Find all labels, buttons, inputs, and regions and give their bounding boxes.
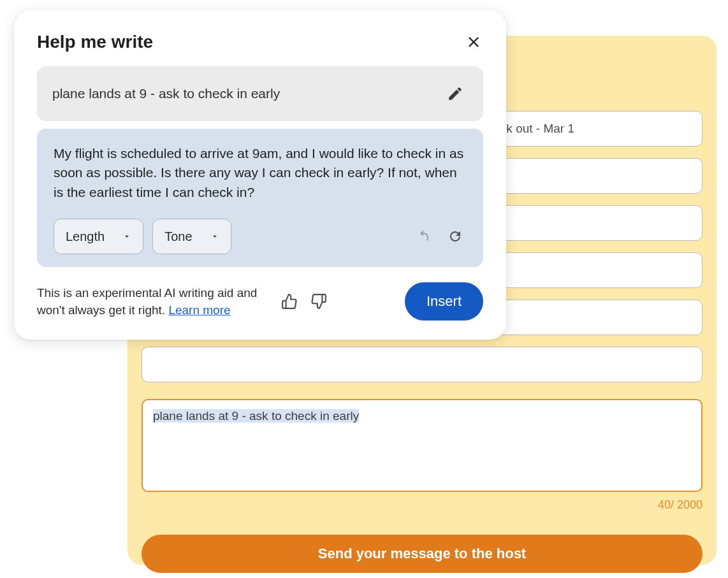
length-dropdown[interactable]: Length [54,219,143,254]
learn-more-link[interactable]: Learn more [168,303,230,317]
undo-icon [412,225,435,248]
prompt-row: plane lands at 9 - ask to check in early [37,66,483,121]
char-count: 40/ 2000 [142,498,703,512]
tone-dropdown[interactable]: Tone [152,219,231,254]
prompt-text: plane lands at 9 - ask to check in early [52,86,435,101]
message-textarea[interactable]: plane lands at 9 - ask to check in early [142,399,703,492]
edit-prompt-icon[interactable] [442,81,468,106]
chevron-down-icon [122,232,131,241]
send-message-button[interactable]: Send your message to the host [142,535,703,573]
generated-text: My flight is scheduled to arrive at 9am,… [54,144,467,202]
form-field-5[interactable] [142,347,703,382]
generated-box: My flight is scheduled to arrive at 9am,… [37,129,483,267]
thumbs-up-icon[interactable] [278,290,301,313]
insert-button[interactable]: Insert [405,282,483,321]
chevron-down-icon [210,232,219,241]
regenerate-icon[interactable] [444,225,467,248]
message-text-highlighted: plane lands at 9 - ask to check in early [153,409,359,423]
thumbs-down-icon[interactable] [307,290,330,313]
help-me-write-popup: Help me write plane lands at 9 - ask to … [14,10,506,340]
popup-title: Help me write [37,32,153,52]
length-label: Length [66,229,105,244]
close-icon[interactable] [464,33,483,52]
tone-label: Tone [164,229,192,244]
disclaimer-text: This is an experimental AI writing aid a… [37,284,266,319]
